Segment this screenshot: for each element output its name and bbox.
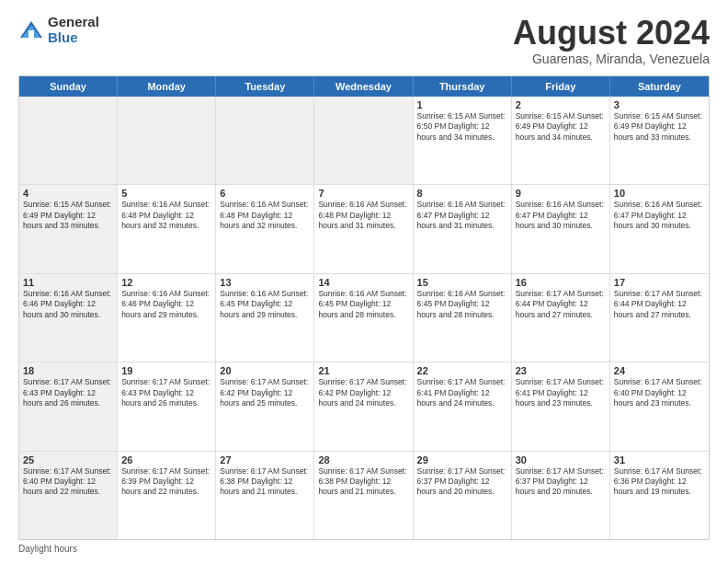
calendar-cell (216, 97, 314, 184)
calendar-cell: 26Sunrise: 6:17 AM Sunset: 6:39 PM Dayli… (118, 452, 216, 539)
header: General Blue August 2024 Guarenas, Miran… (18, 15, 710, 66)
logo: General Blue (18, 15, 99, 45)
day-number: 9 (516, 188, 606, 199)
cell-info: Sunrise: 6:17 AM Sunset: 6:41 PM Dayligh… (516, 377, 606, 408)
calendar-cell: 23Sunrise: 6:17 AM Sunset: 6:41 PM Dayli… (512, 362, 610, 450)
day-number: 5 (121, 188, 211, 199)
day-number: 26 (121, 454, 211, 465)
day-number: 27 (220, 454, 310, 465)
calendar-header-cell: Saturday (610, 76, 709, 97)
cell-info: Sunrise: 6:17 AM Sunset: 6:42 PM Dayligh… (318, 377, 408, 408)
calendar-cell: 4Sunrise: 6:15 AM Sunset: 6:49 PM Daylig… (19, 185, 118, 272)
day-number: 28 (318, 454, 408, 465)
cell-info: Sunrise: 6:16 AM Sunset: 6:45 PM Dayligh… (220, 289, 310, 320)
day-number: 17 (614, 277, 705, 288)
calendar-cell: 12Sunrise: 6:16 AM Sunset: 6:46 PM Dayli… (118, 274, 216, 362)
calendar-cell: 6Sunrise: 6:16 AM Sunset: 6:48 PM Daylig… (216, 185, 314, 272)
day-number: 25 (23, 454, 113, 465)
cell-info: Sunrise: 6:15 AM Sunset: 6:49 PM Dayligh… (23, 200, 113, 231)
calendar-header-cell: Monday (118, 76, 216, 97)
calendar-header-cell: Wednesday (314, 76, 413, 97)
cell-info: Sunrise: 6:17 AM Sunset: 6:43 PM Dayligh… (121, 377, 211, 408)
cell-info: Sunrise: 6:15 AM Sunset: 6:49 PM Dayligh… (614, 111, 705, 143)
calendar-cell: 24Sunrise: 6:17 AM Sunset: 6:40 PM Dayli… (610, 362, 709, 450)
cell-info: Sunrise: 6:16 AM Sunset: 6:46 PM Dayligh… (23, 289, 113, 320)
day-number: 2 (516, 99, 606, 110)
calendar-cell: 7Sunrise: 6:16 AM Sunset: 6:48 PM Daylig… (314, 185, 413, 272)
cell-info: Sunrise: 6:16 AM Sunset: 6:45 PM Dayligh… (318, 289, 408, 320)
day-number: 3 (614, 99, 705, 110)
calendar-cell: 14Sunrise: 6:16 AM Sunset: 6:45 PM Dayli… (314, 274, 413, 362)
day-number: 1 (417, 99, 507, 110)
cell-info: Sunrise: 6:16 AM Sunset: 6:47 PM Dayligh… (614, 200, 705, 231)
calendar-header-cell: Thursday (414, 76, 512, 97)
cell-info: Sunrise: 6:16 AM Sunset: 6:47 PM Dayligh… (417, 200, 507, 231)
day-number: 29 (417, 454, 507, 465)
cell-info: Sunrise: 6:17 AM Sunset: 6:37 PM Dayligh… (516, 466, 606, 498)
cell-info: Sunrise: 6:16 AM Sunset: 6:47 PM Dayligh… (516, 200, 606, 231)
cell-info: Sunrise: 6:15 AM Sunset: 6:49 PM Dayligh… (516, 111, 606, 143)
cell-info: Sunrise: 6:17 AM Sunset: 6:40 PM Dayligh… (23, 466, 113, 498)
day-number: 6 (220, 188, 310, 199)
calendar-cell: 18Sunrise: 6:17 AM Sunset: 6:43 PM Dayli… (19, 362, 118, 450)
calendar-cell: 1Sunrise: 6:15 AM Sunset: 6:50 PM Daylig… (414, 97, 512, 184)
calendar-header-cell: Sunday (19, 76, 118, 97)
logo-icon (18, 17, 44, 43)
calendar-cell (19, 97, 118, 184)
cell-info: Sunrise: 6:17 AM Sunset: 6:44 PM Dayligh… (516, 289, 606, 320)
title-block: August 2024 Guarenas, Miranda, Venezuela (513, 15, 710, 66)
cell-info: Sunrise: 6:16 AM Sunset: 6:48 PM Dayligh… (220, 200, 310, 231)
day-number: 19 (121, 365, 211, 376)
calendar-cell: 28Sunrise: 6:17 AM Sunset: 6:38 PM Dayli… (314, 452, 413, 539)
cell-info: Sunrise: 6:16 AM Sunset: 6:48 PM Dayligh… (318, 200, 408, 231)
day-number: 11 (23, 277, 113, 288)
cell-info: Sunrise: 6:16 AM Sunset: 6:48 PM Dayligh… (121, 200, 211, 231)
day-number: 21 (318, 365, 408, 376)
calendar-week-row: 25Sunrise: 6:17 AM Sunset: 6:40 PM Dayli… (19, 452, 709, 539)
day-number: 31 (614, 454, 705, 465)
cell-info: Sunrise: 6:17 AM Sunset: 6:42 PM Dayligh… (220, 377, 310, 408)
day-number: 20 (220, 365, 310, 376)
calendar-cell: 5Sunrise: 6:16 AM Sunset: 6:48 PM Daylig… (118, 185, 216, 272)
calendar-cell: 20Sunrise: 6:17 AM Sunset: 6:42 PM Dayli… (216, 362, 314, 450)
cell-info: Sunrise: 6:15 AM Sunset: 6:50 PM Dayligh… (417, 111, 507, 143)
calendar-cell (314, 97, 413, 184)
calendar: SundayMondayTuesdayWednesdayThursdayFrid… (18, 75, 710, 540)
calendar-cell: 17Sunrise: 6:17 AM Sunset: 6:44 PM Dayli… (610, 274, 709, 362)
calendar-header: SundayMondayTuesdayWednesdayThursdayFrid… (19, 76, 709, 97)
page-title: August 2024 (513, 15, 710, 52)
calendar-cell: 9Sunrise: 6:16 AM Sunset: 6:47 PM Daylig… (512, 185, 610, 272)
calendar-cell: 16Sunrise: 6:17 AM Sunset: 6:44 PM Dayli… (512, 274, 610, 362)
calendar-cell: 19Sunrise: 6:17 AM Sunset: 6:43 PM Dayli… (118, 362, 216, 450)
calendar-cell: 31Sunrise: 6:17 AM Sunset: 6:36 PM Dayli… (610, 452, 709, 539)
cell-info: Sunrise: 6:16 AM Sunset: 6:46 PM Dayligh… (121, 289, 211, 320)
calendar-cell: 8Sunrise: 6:16 AM Sunset: 6:47 PM Daylig… (414, 185, 512, 272)
day-number: 13 (220, 277, 310, 288)
calendar-cell: 25Sunrise: 6:17 AM Sunset: 6:40 PM Dayli… (19, 452, 118, 539)
day-number: 16 (516, 277, 606, 288)
cell-info: Sunrise: 6:17 AM Sunset: 6:39 PM Dayligh… (121, 466, 211, 498)
calendar-cell (118, 97, 216, 184)
cell-info: Sunrise: 6:17 AM Sunset: 6:37 PM Dayligh… (417, 466, 507, 498)
calendar-cell: 13Sunrise: 6:16 AM Sunset: 6:45 PM Dayli… (216, 274, 314, 362)
calendar-week-row: 11Sunrise: 6:16 AM Sunset: 6:46 PM Dayli… (19, 274, 709, 362)
day-number: 7 (318, 188, 408, 199)
logo-blue-text: Blue (48, 30, 99, 46)
cell-info: Sunrise: 6:17 AM Sunset: 6:44 PM Dayligh… (614, 289, 705, 320)
cell-info: Sunrise: 6:16 AM Sunset: 6:45 PM Dayligh… (417, 289, 507, 320)
calendar-header-cell: Tuesday (216, 76, 314, 97)
calendar-week-row: 18Sunrise: 6:17 AM Sunset: 6:43 PM Dayli… (19, 362, 709, 451)
logo-general-text: General (48, 15, 99, 30)
cell-info: Sunrise: 6:17 AM Sunset: 6:38 PM Dayligh… (318, 466, 408, 498)
day-number: 14 (318, 277, 408, 288)
calendar-cell: 11Sunrise: 6:16 AM Sunset: 6:46 PM Dayli… (19, 274, 118, 362)
day-number: 18 (23, 365, 113, 376)
day-number: 15 (417, 277, 507, 288)
day-number: 8 (417, 188, 507, 199)
day-number: 12 (121, 277, 211, 288)
day-number: 23 (516, 365, 606, 376)
calendar-cell: 10Sunrise: 6:16 AM Sunset: 6:47 PM Dayli… (610, 185, 709, 272)
cell-info: Sunrise: 6:17 AM Sunset: 6:40 PM Dayligh… (614, 377, 705, 408)
calendar-cell: 15Sunrise: 6:16 AM Sunset: 6:45 PM Dayli… (414, 274, 512, 362)
calendar-body: 1Sunrise: 6:15 AM Sunset: 6:50 PM Daylig… (19, 97, 709, 539)
